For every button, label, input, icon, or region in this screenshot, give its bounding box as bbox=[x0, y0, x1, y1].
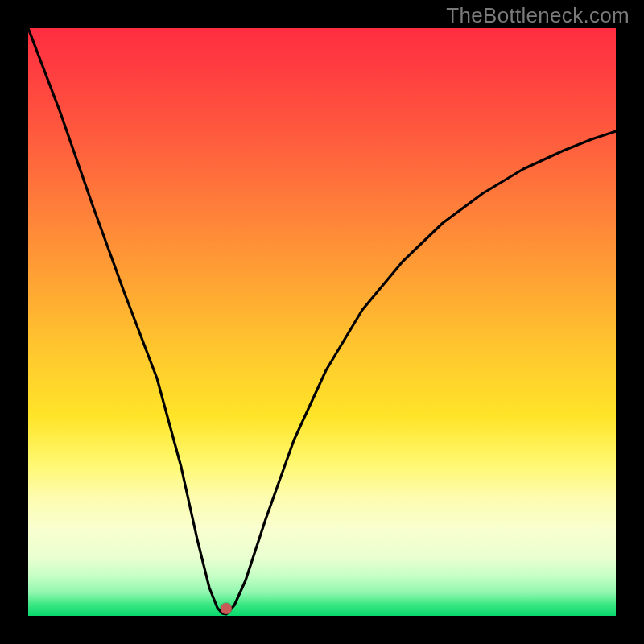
curve-path bbox=[28, 28, 616, 614]
chart-frame: TheBottleneck.com bbox=[0, 0, 644, 644]
optimal-point-marker bbox=[221, 603, 232, 614]
plot-area bbox=[28, 28, 616, 616]
watermark-text: TheBottleneck.com bbox=[446, 3, 630, 28]
bottleneck-curve bbox=[28, 28, 616, 616]
